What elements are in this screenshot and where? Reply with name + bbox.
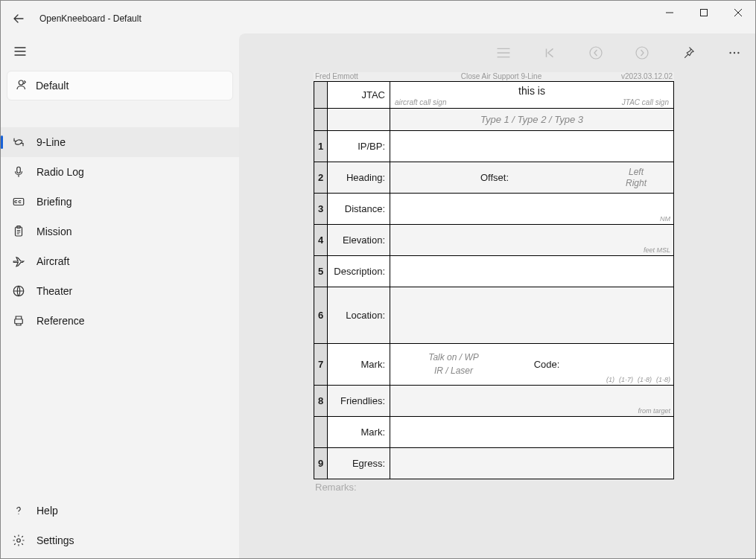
row-4-elevation: 4 Elevation: feet MSL [314,225,674,256]
doc-title: Close Air Support 9-Line [404,72,598,80]
svg-point-12 [729,52,731,54]
row-number: 1 [318,141,323,152]
row-jtac: JTAC this is aircraft call sign JTAC cal… [314,82,674,109]
close-icon [734,9,742,16]
sidebar-item-label: Radio Log [36,166,84,178]
svg-point-1 [19,80,23,85]
sidebar-item-label: Help [36,505,58,517]
maximize-button[interactable] [687,1,721,25]
sidebar-item-9line[interactable]: 9-Line [1,127,239,157]
chevron-left-circle-icon [588,45,603,60]
code-label: Code: [517,344,576,385]
clipboard-icon [11,224,26,239]
svg-point-13 [734,52,735,54]
svg-point-11 [636,47,648,59]
row-label: Description: [334,266,385,277]
back-button[interactable] [1,1,36,36]
hint-fromtarget: from target [638,407,670,415]
toolbar-menu-button[interactable] [495,44,512,62]
row-9-egress: 9 Egress: [314,448,674,479]
hint-aircraft-callsign: aircraft call sign [395,98,446,106]
mark-opt-line2: IR / Laser [434,365,473,377]
doc-author: Fred Emmott [315,72,404,80]
row-8b-mark: Mark: [314,417,674,448]
doc-header: Fred Emmott Close Air Support 9-Line v20… [314,72,674,81]
offset-left: Left [599,167,673,178]
row-5-description: 5 Description: [314,256,674,287]
row-number: 3 [318,203,323,214]
sidebar-item-settings[interactable]: Settings [1,526,239,555]
offset-right: Right [599,178,673,189]
row-label: Mark: [361,427,386,438]
profile-icon [15,78,28,94]
sidebar-item-radiolog[interactable]: Radio Log [1,157,239,187]
doc-version: v2023.03.12.02 [598,72,673,80]
code-hints: (1) (1-7) (1-8) (1-8) [606,376,670,383]
page-first-button[interactable] [541,44,559,62]
profile-tab-default[interactable]: Default [7,71,233,100]
help-icon [11,503,26,518]
row-2-heading: 2 Heading: Offset: Left Right [314,162,674,194]
row-8-friendlies: 8 Friendlies: from target [314,386,674,417]
sidebar-item-help[interactable]: Help [1,496,239,526]
row-label: Heading: [346,172,385,183]
caption-icon [11,194,26,209]
row-label: IP/BP: [358,141,385,152]
row-label: Distance: [345,203,385,214]
row-label: Friendlies: [340,395,385,406]
hint-feetmsl: feet MSL [644,246,670,254]
pin-icon [682,46,695,60]
sidebar-item-label: Briefing [36,196,72,208]
sidebar-item-label: Reference [36,315,85,327]
type-options: Type 1 / Type 2 / Type 3 [480,114,583,125]
maximize-icon [700,9,708,16]
sidebar: Default 9-Line Radio Log Briefing Missio… [1,36,239,558]
close-button[interactable] [721,1,755,25]
sidebar-item-label: Aircraft [36,255,69,267]
more-button[interactable] [725,44,743,62]
page-prev-button[interactable] [587,44,605,62]
minimize-button[interactable] [652,1,687,25]
arrow-left-icon [13,13,25,25]
hamburger-icon [14,45,26,57]
sidebar-item-theater[interactable]: Theater [1,276,239,306]
jtac-label: JTAC [361,89,385,100]
svg-rect-0 [701,10,708,16]
page-next-button[interactable] [633,44,651,62]
gear-icon [11,533,26,548]
row-number: 5 [318,266,323,277]
sidebar-item-mission[interactable]: Mission [1,217,239,246]
minimize-icon [666,9,673,16]
row-7-mark: 7 Mark: Talk on / WP IR / Laser Code: [314,344,674,386]
row-label: Elevation: [343,234,385,246]
offset-label: Offset: [390,172,599,183]
content-area: Fred Emmott Close Air Support 9-Line v20… [239,33,755,558]
hint-jtac-callsign: JTAC call sign [622,98,669,106]
svg-point-14 [737,52,739,54]
sidebar-item-label: Theater [36,285,72,297]
sidebar-item-label: Mission [36,226,72,237]
sidebar-item-aircraft[interactable]: Aircraft [1,246,239,276]
row-1-ipbp: 1 IP/BP: [314,131,674,162]
row-number: 6 [318,310,323,321]
kneeboard-page: Fred Emmott Close Air Support 9-Line v20… [314,72,674,495]
hamburger-button[interactable] [1,36,239,66]
globe-icon [11,284,26,298]
row-number: 9 [318,458,323,469]
svg-rect-7 [15,319,23,324]
sidebar-item-label: 9-Line [36,136,66,148]
menu-icon [497,46,510,60]
nine-line-form: JTAC this is aircraft call sign JTAC cal… [314,81,674,479]
svg-point-8 [18,514,19,514]
sidebar-item-reference[interactable]: Reference [1,306,239,336]
jtac-value: this is [390,82,673,97]
toolbar [495,44,743,62]
more-icon [728,46,741,60]
profile-tab-label: Default [36,80,69,92]
row-type: Type 1 / Type 2 / Type 3 [314,109,674,131]
row-6-location: 6 Location: [314,287,674,344]
row-number: 8 [318,395,323,406]
sidebar-item-briefing[interactable]: Briefing [1,187,239,217]
svg-point-10 [590,47,602,59]
pin-button[interactable] [679,44,697,62]
